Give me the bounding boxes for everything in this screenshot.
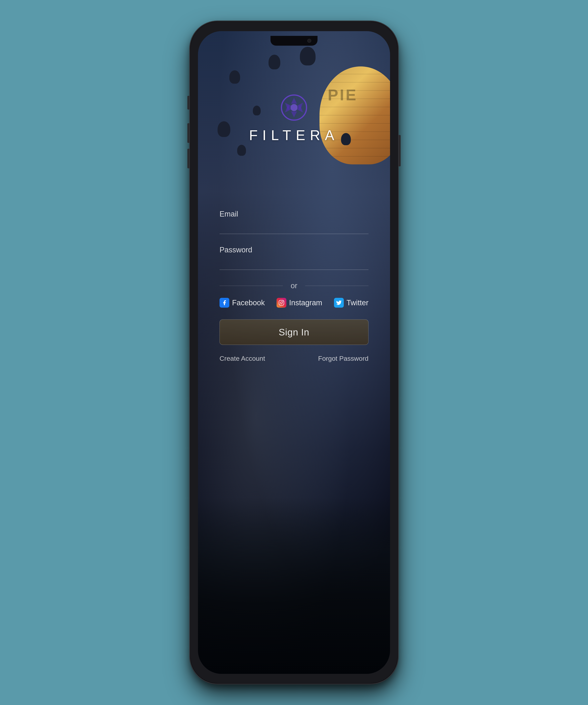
email-input[interactable]	[220, 222, 368, 234]
instagram-label: Instagram	[289, 298, 322, 307]
or-divider: or	[220, 282, 368, 290]
instagram-login-button[interactable]: Instagram	[277, 298, 322, 308]
password-input[interactable]	[220, 257, 368, 270]
instagram-icon	[277, 298, 286, 308]
social-login-row: Facebook Instagram	[220, 298, 368, 308]
front-camera	[307, 39, 311, 43]
signin-button[interactable]: Sign In	[220, 319, 368, 345]
svg-point-3	[280, 302, 282, 304]
logo-section: FILTERA	[249, 94, 339, 143]
power-button	[398, 135, 401, 167]
volume-down-button	[187, 149, 190, 168]
app-title: FILTERA	[249, 127, 339, 143]
login-form: Email Password or	[220, 210, 368, 362]
screen-content: FILTERA Email Password or	[198, 31, 390, 674]
email-field-group: Email	[220, 210, 368, 234]
svg-point-4	[282, 301, 283, 302]
twitter-login-button[interactable]: Twitter	[334, 298, 368, 308]
divider-line-right	[305, 286, 368, 286]
camera-aperture-icon	[280, 94, 308, 121]
phone-notch	[270, 36, 318, 46]
twitter-label: Twitter	[347, 298, 368, 307]
bottom-links: Create Account Forgot Password	[220, 355, 368, 362]
facebook-login-button[interactable]: Facebook	[220, 298, 265, 308]
forgot-password-link[interactable]: Forgot Password	[318, 355, 368, 362]
create-account-link[interactable]: Create Account	[220, 355, 265, 362]
password-field-group: Password	[220, 246, 368, 270]
twitter-icon	[334, 298, 344, 308]
password-label: Password	[220, 246, 368, 254]
silent-button	[187, 96, 190, 109]
instagram-logo	[278, 300, 284, 306]
facebook-label: Facebook	[232, 298, 265, 307]
signin-label: Sign In	[279, 327, 309, 338]
facebook-icon	[220, 298, 229, 308]
phone-frame: FILTERA Email Password or	[190, 21, 398, 684]
or-text: or	[291, 282, 297, 290]
volume-up-button	[187, 123, 190, 143]
email-label: Email	[220, 210, 368, 218]
notch-pill	[277, 38, 304, 44]
phone-screen: FILTERA Email Password or	[198, 31, 390, 674]
svg-rect-2	[279, 300, 284, 305]
twitter-logo	[336, 300, 342, 306]
divider-line-left	[220, 286, 283, 286]
facebook-logo	[222, 300, 227, 306]
svg-point-1	[290, 104, 298, 111]
